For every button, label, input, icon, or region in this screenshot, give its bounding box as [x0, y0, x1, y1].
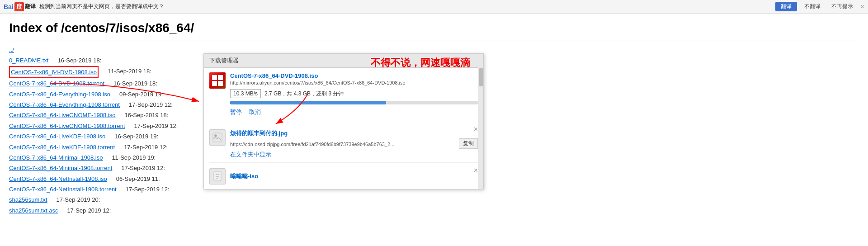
- show-in-folder-button[interactable]: 在文件夹中显示: [230, 151, 271, 159]
- file-date: 17-Sep-2019 12:: [129, 99, 173, 110]
- file-link-livegnome-iso[interactable]: CentOS-7-x86_64-LiveGNOME-1908.iso: [9, 110, 116, 120]
- download-manager-panel: 下载管理器 CentOS-7-x86_64-DVD-1908.iso: [203, 53, 484, 189]
- pause-button[interactable]: 暂停: [230, 108, 242, 116]
- cancel-button[interactable]: 取消: [249, 108, 261, 116]
- baidu-no-translate-button[interactable]: 不翻译: [801, 2, 824, 11]
- download-item-2: 烦得的顺丰到付的.jpg × https://cdn-ossd.zipjpg.c…: [209, 126, 478, 163]
- file-link-dvd-torrent[interactable]: CentOS-7-x86_64-DVD-1908.torrent: [9, 78, 104, 89]
- download-item-1-url: http://mirrors.aliyun.com/centos/7/isos/…: [230, 80, 478, 85]
- download-manager-title: 下载管理器: [209, 57, 239, 65]
- download-item-1-progress-row: 10.3 MB/s 2.7 GB，共 4.3 GB，还剩 3 分钟: [230, 89, 478, 98]
- file-link-sha256[interactable]: sha256sum.txt: [9, 194, 47, 205]
- svg-point-3: [215, 135, 217, 137]
- file-date: 11-Sep-2019 19:: [112, 152, 156, 163]
- baidu-bar-close-button[interactable]: ×: [860, 3, 864, 11]
- icon-cell: [218, 81, 223, 86]
- file-link-livekde-torrent[interactable]: CentOS-7-x86_64-LiveKDE-1908.torrent: [9, 142, 115, 152]
- file-date: 11-Sep-2019 18:: [108, 66, 151, 78]
- dm-scrollbar-thumb: [479, 68, 483, 86]
- file-link-sha256asc[interactable]: sha256sum.txt.asc: [9, 205, 58, 216]
- download-progress-bar-wrap: [230, 101, 478, 104]
- download-manager-body: CentOS-7-x86_64-DVD-1908.iso http://mirr…: [204, 68, 483, 189]
- file-link-minimal-torrent[interactable]: CentOS-7-x86_64-Minimal-1908.torrent: [9, 163, 112, 173]
- file-date: 17-Sep-2019 12:: [124, 142, 168, 152]
- file-link-dvd-iso[interactable]: CentOS-7-x86_64-DVD-1908.iso: [9, 66, 99, 78]
- baidu-logo-text: Bai: [4, 3, 14, 10]
- main-content: Index of /centos/7/isos/x86_64/ ../ 0_RE…: [0, 14, 868, 223]
- annotation-text: 不得不说，网速嘎嘎滴: [371, 56, 470, 70]
- baidu-logo: Bai度 翻译: [4, 2, 36, 11]
- download-item-2-icon: [209, 129, 226, 146]
- image-icon: [212, 132, 223, 143]
- file-date: 17-Sep-2019 12:: [67, 205, 111, 216]
- title-divider: [9, 41, 859, 41]
- download-progress-text: 2.7 GB，共 4.3 GB，还剩 3 分钟: [264, 90, 344, 98]
- file-date: 06-Sep-2019 11:: [116, 174, 160, 184]
- download-progress-bar: [230, 101, 386, 104]
- download-item-1-info: CentOS-7-x86_64-DVD-1908.iso http://mirr…: [230, 72, 478, 116]
- download-item-2-info: 烦得的顺丰到付的.jpg × https://cdn-ossd.zipjpg.c…: [230, 129, 478, 159]
- icon-cell: [212, 75, 217, 80]
- file-link-everything-torrent[interactable]: CentOS-7-x86_64-Everything-1908.torrent: [9, 99, 120, 110]
- download-item-3-filename: 嗡嗡嗡-iso: [230, 173, 258, 180]
- file-icon: [212, 171, 223, 182]
- file-link-minimal-iso[interactable]: CentOS-7-x86_64-Minimal-1908.iso: [9, 152, 103, 163]
- file-date: 17-Sep-2019 12:: [126, 184, 170, 194]
- file-date: 16-Sep-2019 18:: [125, 110, 169, 120]
- file-date: 16-Sep-2019 18:: [57, 55, 101, 66]
- download-item-3-close-button[interactable]: ×: [474, 166, 478, 175]
- download-item-3-info: 嗡嗡嗡-iso: [230, 172, 478, 180]
- page-title: Index of /centos/7/isos/x86_64/: [9, 21, 859, 35]
- copy-button[interactable]: 复制: [459, 138, 478, 149]
- download-item-1: CentOS-7-x86_64-DVD-1908.iso http://mirr…: [209, 72, 478, 121]
- file-link-netinstall-iso[interactable]: CentOS-7-x86_64-NetInstall-1908.iso: [9, 174, 107, 184]
- file-date: 17-Sep-2019 20:: [57, 194, 100, 205]
- download-speed-box: 10.3 MB/s: [230, 89, 261, 98]
- baidu-bar-message: 检测到当前网页不是中文网页，是否要翻译成中文？: [39, 3, 772, 10]
- download-item-2-close-button[interactable]: ×: [474, 126, 478, 133]
- download-item-3-icon: [209, 168, 226, 184]
- file-link-readme[interactable]: 0_README.txt: [9, 55, 48, 66]
- file-date: 16-Sep-2019 19:: [114, 131, 158, 142]
- file-link-livegnome-torrent[interactable]: CentOS-7-x86_64-LiveGNOME-1908.torrent: [9, 121, 125, 131]
- download-item-1-filename[interactable]: CentOS-7-x86_64-DVD-1908.iso: [230, 72, 318, 79]
- file-date: 17-Sep-2019 12:: [121, 163, 165, 173]
- baidu-logo-icon: 度: [14, 2, 24, 11]
- baidu-no-remind-button[interactable]: 不再提示: [828, 2, 857, 11]
- file-date: 09-Sep-2019 19:: [119, 89, 163, 99]
- file-link-livekde-iso[interactable]: CentOS-7-x86_64-LiveKDE-1908.iso: [9, 131, 105, 142]
- file-link-everything-iso[interactable]: CentOS-7-x86_64-Everything-1908.iso: [9, 89, 110, 99]
- baidu-translate-button[interactable]: 翻译: [775, 2, 797, 11]
- download-item-2-url: https://cdn-ossd.zipjpg.com/free/fd21af7…: [230, 142, 455, 147]
- download-item-1-icon: [209, 72, 226, 89]
- file-date: 16-Sep-2019 18:: [113, 78, 157, 89]
- list-item: sha256sum.txt.asc 17-Sep-2019 12:: [9, 205, 859, 216]
- download-icon-grid: [212, 75, 223, 86]
- download-item-3: 嗡嗡嗡-iso ×: [209, 166, 478, 184]
- file-date: 17-Sep-2019 12:: [134, 121, 178, 131]
- dm-scrollbar[interactable]: [478, 67, 483, 189]
- file-link-netinstall-torrent[interactable]: CentOS-7-x86_64-NetInstall-1908.torrent: [9, 184, 117, 194]
- file-link-parent[interactable]: ../: [9, 45, 14, 55]
- download-item-1-actions: 暂停 取消: [230, 108, 478, 116]
- baidu-translate-label: 翻译: [25, 3, 36, 10]
- icon-cell: [218, 75, 223, 80]
- list-item: sha256sum.txt 17-Sep-2019 20:: [9, 194, 859, 205]
- icon-cell: [212, 81, 217, 86]
- download-item-2-filename[interactable]: 烦得的顺丰到付的.jpg: [230, 129, 288, 137]
- baidu-translate-bar: Bai度 翻译 检测到当前网页不是中文网页，是否要翻译成中文？ 翻译 不翻译 不…: [0, 0, 868, 14]
